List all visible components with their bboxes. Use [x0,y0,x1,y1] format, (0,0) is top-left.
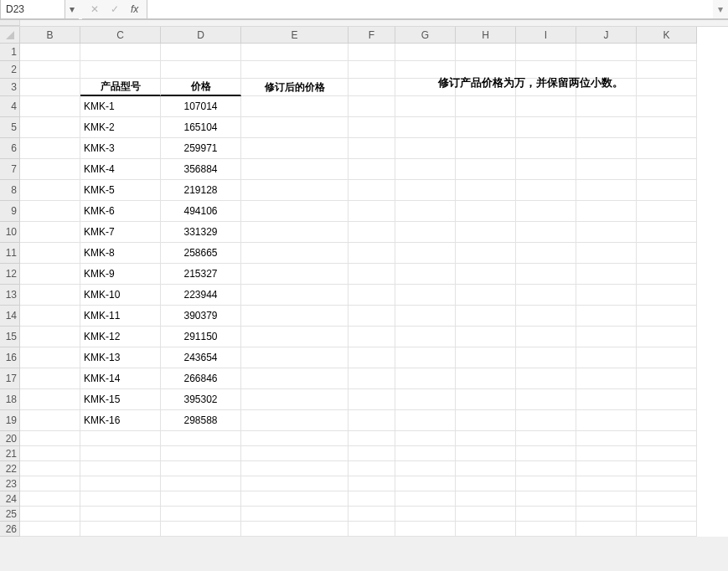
cell-H21[interactable] [456,446,516,461]
cell-K10[interactable] [637,222,697,243]
cell-K18[interactable] [637,389,697,410]
cell-F22[interactable] [349,461,395,476]
cell-H6[interactable] [456,138,516,159]
cell-I22[interactable] [516,461,576,476]
cell-K12[interactable] [637,264,697,285]
cell-C20[interactable] [80,431,161,446]
cell-I21[interactable] [516,446,576,461]
row-header-25[interactable]: 25 [0,507,20,522]
cell-I10[interactable] [516,222,576,243]
cell-I5[interactable] [516,117,576,138]
cell-E21[interactable] [241,446,349,461]
cell-J1[interactable] [576,44,637,61]
cell-F4[interactable] [349,96,395,117]
cell-G25[interactable] [395,507,456,522]
row-header-19[interactable]: 19 [0,410,20,431]
cell-F2[interactable] [349,61,395,79]
cell-I17[interactable] [516,368,576,389]
column-header-H[interactable]: H [456,27,516,44]
cell-H15[interactable] [456,327,516,347]
cell-C10[interactable]: KMK-7 [80,222,161,243]
cell-J4[interactable] [576,96,637,117]
formula-input[interactable] [147,0,713,19]
cell-B21[interactable] [20,446,80,461]
cell-F25[interactable] [349,507,395,522]
cell-J24[interactable] [576,491,637,507]
cell-E25[interactable] [241,507,349,522]
cell-H14[interactable] [456,306,516,327]
cell-K25[interactable] [637,507,697,522]
cell-D15[interactable]: 291150 [161,327,241,347]
cell-G19[interactable] [395,410,456,431]
cell-G12[interactable] [395,264,456,285]
cell-G22[interactable] [395,461,456,476]
cell-E19[interactable] [241,410,349,431]
row-header-2[interactable]: 2 [0,61,20,79]
cell-J9[interactable] [576,201,637,222]
cell-C24[interactable] [80,491,161,507]
cell-F24[interactable] [349,491,395,507]
cell-G6[interactable] [395,138,456,159]
cell-G17[interactable] [395,368,456,389]
cell-D5[interactable]: 165104 [161,117,241,138]
cell-E26[interactable] [241,522,349,537]
cell-I2[interactable] [516,61,576,79]
cell-F3[interactable] [349,79,395,96]
cell-J10[interactable] [576,222,637,243]
cell-C14[interactable]: KMK-11 [80,306,161,327]
cell-B23[interactable] [20,476,80,491]
cell-K13[interactable] [637,285,697,306]
cell-B9[interactable] [20,201,80,222]
select-all-corner[interactable] [0,27,20,44]
row-header-23[interactable]: 23 [0,476,20,491]
cell-D17[interactable]: 266846 [161,368,241,389]
cell-E13[interactable] [241,285,349,306]
cell-K21[interactable] [637,446,697,461]
cell-I19[interactable] [516,410,576,431]
cell-I20[interactable] [516,431,576,446]
cell-B12[interactable] [20,264,80,285]
cell-C1[interactable] [80,44,161,61]
row-header-14[interactable]: 14 [0,306,20,327]
cell-I25[interactable] [516,507,576,522]
row-header-21[interactable]: 21 [0,446,20,461]
cell-H26[interactable] [456,522,516,537]
cell-K17[interactable] [637,368,697,389]
cell-J19[interactable] [576,410,637,431]
cell-H13[interactable] [456,285,516,306]
cell-H7[interactable] [456,159,516,180]
cell-D13[interactable]: 223944 [161,285,241,306]
cell-F26[interactable] [349,522,395,537]
cell-B2[interactable] [20,61,80,79]
name-box[interactable]: D23 [0,0,65,19]
cell-E16[interactable] [241,347,349,368]
cell-H11[interactable] [456,243,516,264]
cell-G21[interactable] [395,446,456,461]
cell-C3[interactable]: 产品型号 [80,79,161,96]
cell-K5[interactable] [637,117,697,138]
cell-G20[interactable] [395,431,456,446]
cell-F1[interactable] [349,44,395,61]
cell-D23[interactable] [161,476,241,491]
cell-G4[interactable] [395,96,456,117]
cell-C22[interactable] [80,461,161,476]
cell-G26[interactable] [395,522,456,537]
fx-icon[interactable]: fx [131,3,138,15]
row-header-10[interactable]: 10 [0,222,20,243]
column-header-J[interactable]: J [576,27,637,44]
cell-H23[interactable] [456,476,516,491]
cell-H24[interactable] [456,491,516,507]
cell-F18[interactable] [349,389,395,410]
cell-E1[interactable] [241,44,349,61]
cell-C21[interactable] [80,446,161,461]
cell-B26[interactable] [20,522,80,537]
cell-B17[interactable] [20,368,80,389]
cell-D14[interactable]: 390379 [161,306,241,327]
cell-H8[interactable] [456,180,516,201]
cell-E6[interactable] [241,138,349,159]
cell-G3[interactable] [395,79,456,96]
cell-F17[interactable] [349,368,395,389]
cell-K15[interactable] [637,327,697,347]
cell-I6[interactable] [516,138,576,159]
cell-I13[interactable] [516,285,576,306]
